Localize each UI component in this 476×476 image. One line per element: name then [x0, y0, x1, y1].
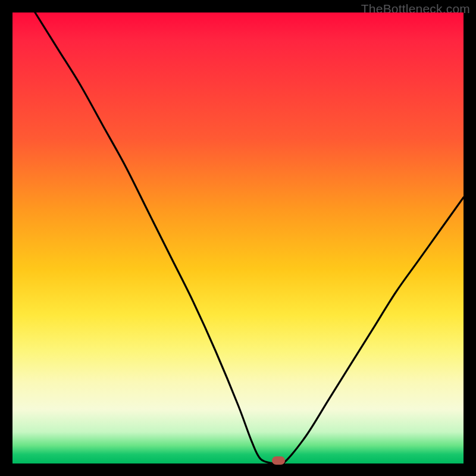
plot-area: [12, 12, 464, 464]
optimal-point-marker: [272, 456, 285, 465]
chart-frame: TheBottleneck.com: [0, 0, 476, 476]
bottleneck-curve: [35, 12, 464, 464]
curve-svg: [12, 12, 464, 464]
